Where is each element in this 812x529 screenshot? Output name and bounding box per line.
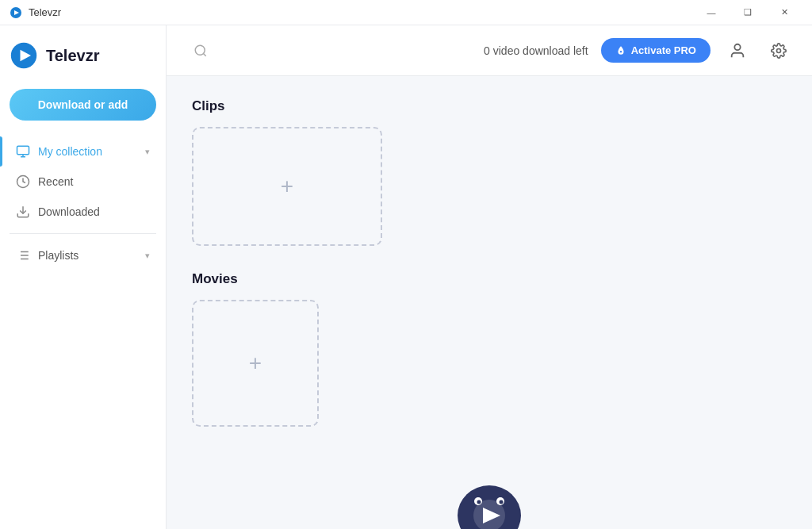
user-account-button[interactable]	[723, 36, 752, 65]
clock-icon	[16, 174, 30, 189]
sidebar-label-downloaded: Downloaded	[38, 205, 150, 218]
clips-cards-row: +	[192, 127, 787, 246]
sidebar-item-downloaded[interactable]: Downloaded	[10, 197, 156, 227]
sidebar: Televzr Download or add My collection ▾	[0, 25, 167, 529]
content-header: 0 video download left Activate PRO	[167, 25, 812, 76]
logo-icon	[10, 41, 38, 70]
download-or-add-button[interactable]: Download or add	[10, 89, 156, 121]
svg-point-15	[195, 45, 205, 55]
movies-section: Movies +	[192, 271, 787, 427]
movies-cards-row: +	[192, 300, 787, 427]
svg-point-17	[619, 51, 621, 52]
svg-line-16	[203, 53, 205, 56]
sidebar-label-my-collection: My collection	[38, 145, 137, 158]
svg-point-26	[500, 500, 504, 504]
svg-point-18	[734, 44, 740, 49]
window-controls: — ❑ ✕	[693, 0, 802, 25]
sidebar-item-recent[interactable]: Recent	[10, 167, 156, 197]
minimize-button[interactable]: —	[693, 0, 730, 25]
playlists-chevron-icon: ▾	[145, 251, 150, 261]
close-button[interactable]: ✕	[766, 0, 802, 25]
maximize-button[interactable]: ❑	[730, 0, 766, 25]
app-icon	[10, 6, 22, 19]
logo-text: Televzr	[46, 47, 99, 65]
download-counter: 0 video download left	[484, 44, 588, 57]
chevron-down-icon: ▾	[145, 147, 150, 157]
mascot-svg	[442, 452, 537, 529]
sidebar-item-my-collection[interactable]: My collection ▾	[10, 136, 156, 167]
user-icon	[729, 42, 746, 59]
character-area	[192, 452, 787, 529]
playlists-icon	[16, 248, 30, 263]
clips-add-icon: +	[281, 175, 293, 197]
clips-add-card[interactable]: +	[192, 127, 382, 246]
sidebar-item-playlists[interactable]: Playlists ▾	[10, 240, 156, 270]
app-body: Televzr Download or add My collection ▾	[0, 25, 812, 529]
rocket-icon	[615, 45, 626, 56]
movies-add-icon: +	[249, 352, 262, 374]
activate-pro-label: Activate PRO	[631, 44, 696, 56]
activate-pro-button[interactable]: Activate PRO	[601, 38, 710, 63]
sidebar-label-playlists: Playlists	[38, 249, 137, 262]
sidebar-divider	[10, 233, 156, 234]
svg-point-25	[477, 500, 481, 504]
content-body: Clips + Movies +	[167, 76, 812, 529]
download-icon	[16, 205, 30, 219]
content-area: 0 video download left Activate PRO	[167, 25, 812, 529]
clips-title: Clips	[192, 98, 787, 114]
svg-point-19	[777, 48, 781, 52]
gear-icon	[771, 43, 787, 59]
app-title: Televzr	[29, 6, 693, 18]
sidebar-logo: Televzr	[10, 38, 156, 73]
movies-title: Movies	[192, 271, 787, 287]
movies-add-card[interactable]: +	[192, 300, 319, 427]
character-illustration	[442, 452, 537, 529]
search-icon	[193, 44, 208, 58]
sidebar-label-recent: Recent	[38, 175, 150, 188]
titlebar: Televzr — ❑ ✕	[0, 0, 812, 25]
settings-button[interactable]	[764, 36, 793, 65]
clips-section: Clips +	[192, 98, 787, 246]
svg-rect-4	[17, 146, 29, 155]
search-box[interactable]	[186, 39, 216, 63]
collection-icon	[16, 144, 30, 159]
